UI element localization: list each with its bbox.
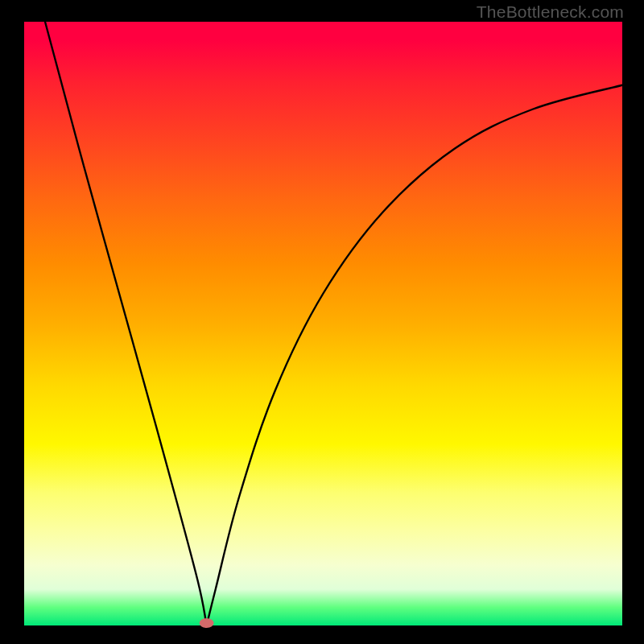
plot-area bbox=[24, 22, 622, 625]
chart-frame: TheBottleneck.com bbox=[0, 0, 644, 644]
curve-layer bbox=[24, 22, 622, 625]
bottleneck-curve bbox=[45, 22, 207, 625]
watermark-text: TheBottleneck.com bbox=[477, 2, 624, 22]
optimum-marker bbox=[200, 618, 214, 628]
bottleneck-curve bbox=[207, 85, 622, 625]
